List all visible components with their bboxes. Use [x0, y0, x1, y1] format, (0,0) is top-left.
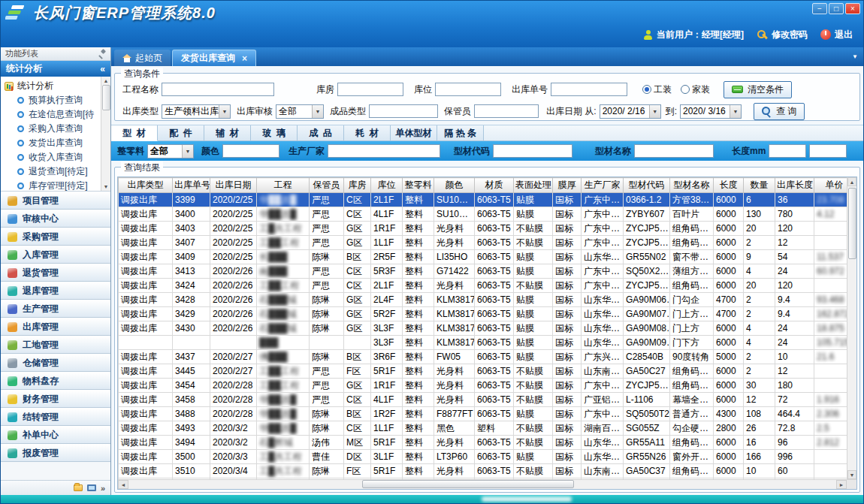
table-row[interactable]: 调拨出库35102020/3/4工█共工程陈琳F区5R1F整料光身料6063-T…: [119, 464, 857, 478]
scroll-right-icon[interactable]: ►: [836, 480, 847, 489]
length-min-input[interactable]: [769, 144, 806, 158]
table-row[interactable]: ███3L3F整料KLM38176063-T5贴膜国标山东华…GA90M09…门…: [119, 336, 857, 350]
table-row[interactable]: 调拨出库35002020/3/3工█共工程曹佳D区3L1F整料LT3P60606…: [119, 450, 857, 464]
table-row[interactable]: 调拨出库34032020/2/25工█共工程严思G区1R1F整料光身料6063-…: [119, 222, 857, 236]
table-row[interactable]: 调拨出库34542020/2/28工██工程严思G区1R1F整料光身料6063-…: [119, 379, 857, 393]
column-header[interactable]: 出库日期: [210, 178, 257, 193]
tree-item[interactable]: 退货查询[待定]: [5, 164, 99, 179]
product-type-input[interactable]: [369, 104, 438, 118]
column-header[interactable]: 保管员: [310, 178, 344, 193]
date-to-picker[interactable]: 2020/ 3/16 ▼: [680, 104, 742, 119]
pin-icon[interactable]: [98, 50, 106, 58]
material-tab[interactable]: 成 品: [298, 125, 344, 141]
order-no-input[interactable]: [551, 83, 627, 96]
maximize-button[interactable]: □: [829, 3, 844, 14]
material-tab[interactable]: 单体型材: [391, 125, 437, 141]
sidebar-module-item[interactable]: 入库管理: [1, 246, 110, 264]
table-row[interactable]: 调拨出库35122020/3/4工█共工程陈琳F区1L2F整料光身料6063-T…: [119, 478, 857, 480]
column-header[interactable]: 表面处理: [514, 178, 553, 193]
table-row[interactable]: 调拨出库34942020/3/2石█辉城汤伟M区5R1F整料光身料6063-T5…: [119, 436, 857, 450]
tree-item[interactable]: 在途信息查询[待: [5, 107, 99, 122]
column-header[interactable]: 数量: [744, 178, 775, 193]
table-row[interactable]: 调拨出库34132020/2/26南███严思C区5R3F整料G71422606…: [119, 264, 857, 279]
scroll-left-icon[interactable]: ◄: [118, 480, 128, 489]
whole-piece-select[interactable]: 全部 ▼: [147, 144, 194, 158]
radio-home-decor[interactable]: [681, 85, 690, 94]
sidebar-module-item[interactable]: 采购管理: [1, 228, 110, 246]
radio-work-clothes[interactable]: [642, 85, 651, 94]
sidebar-module-item[interactable]: 物料盘存: [1, 372, 110, 390]
scroll-thumb[interactable]: [102, 85, 110, 110]
monitor-icon[interactable]: [87, 484, 96, 491]
project-name-input[interactable]: [162, 83, 274, 96]
tree-item[interactable]: 预算执行查询: [5, 93, 99, 107]
column-header[interactable]: 型材名称: [670, 178, 714, 193]
table-row[interactable]: 调拨出库34002020/2/25华██原█严思C区4L1F整料SU10…606…: [119, 207, 857, 222]
scroll-thumb[interactable]: [362, 480, 575, 488]
column-header[interactable]: 长度: [714, 178, 744, 193]
column-header[interactable]: 颜色: [434, 178, 475, 193]
tab-shipping-outbound-query[interactable]: 发货出库查询 ×: [172, 50, 256, 66]
sidebar-module-item[interactable]: 结转管理: [1, 408, 110, 426]
sidebar-module-item[interactable]: 审核中心: [1, 210, 110, 228]
chevron-double-right-icon[interactable]: »: [101, 484, 105, 493]
sidebar-module-item[interactable]: 出库管理: [1, 318, 110, 336]
manufacturer-input[interactable]: [328, 144, 440, 158]
tree-item[interactable]: 收货入库查询: [5, 150, 99, 164]
keeper-input[interactable]: [474, 104, 539, 118]
sidebar-module-item[interactable]: 财务管理: [1, 390, 110, 408]
table-row[interactable]: 调拨出库34302020/2/26石███城陈琳G区3L3F整料KLM38176…: [119, 321, 857, 336]
column-header[interactable]: 工程: [257, 178, 310, 193]
audit-select[interactable]: 全部 ▼: [276, 104, 324, 119]
section-header-stats[interactable]: 统计分析 «: [1, 61, 110, 77]
column-header[interactable]: 整零料: [403, 178, 434, 193]
table-row[interactable]: 调拨出库34072020/2/25工██工程严思G区1L1F整料光身料6063-…: [119, 236, 857, 250]
close-tab-icon[interactable]: ×: [242, 53, 247, 64]
location-input[interactable]: [435, 83, 501, 96]
sidebar-module-item[interactable]: 生产管理: [1, 300, 110, 318]
color-input[interactable]: [222, 144, 279, 158]
tab-home[interactable]: 起始页: [114, 50, 171, 66]
sidebar-module-item[interactable]: 补单中心: [1, 426, 110, 444]
change-password-link[interactable]: 修改密码: [757, 29, 808, 41]
material-tab[interactable]: 玻 璃: [251, 125, 298, 141]
table-row[interactable]: 调拨出库34582020/2/28华██原█严思C区4L1F整料光身料6063-…: [119, 393, 857, 407]
search-button[interactable]: 查 询: [754, 103, 805, 120]
column-header[interactable]: 材质: [475, 178, 514, 193]
sidebar-module-item[interactable]: 项目管理: [1, 192, 110, 210]
column-header[interactable]: 出库类型: [119, 178, 173, 193]
column-header[interactable]: 库位: [371, 178, 403, 193]
tree-scrollbar[interactable]: ▲ ▼: [101, 77, 110, 191]
column-header[interactable]: 出库单号: [173, 178, 210, 193]
tree-item[interactable]: 发货出库查询: [5, 136, 99, 150]
scrollbar-track[interactable]: [128, 480, 836, 489]
column-header[interactable]: 膜厚: [553, 178, 582, 193]
scroll-down-icon[interactable]: ▼: [104, 184, 109, 189]
warehouse-input[interactable]: [337, 83, 403, 96]
profile-code-input[interactable]: [493, 144, 572, 158]
table-row[interactable]: 调拨出库34092020/2/25长███陈琳B区2R5F整料LI35HO606…: [119, 250, 857, 264]
table-row[interactable]: 调拨出库34282020/2/26石███城陈琳G区2L4F整料KLM38176…: [119, 293, 857, 307]
scroll-up-icon[interactable]: ▲: [847, 177, 856, 186]
minimize-button[interactable]: −: [812, 3, 827, 14]
sidebar-module-item[interactable]: 退货管理: [1, 264, 110, 282]
sidebar-module-item[interactable]: 仓储管理: [1, 354, 110, 372]
vertical-scrollbar[interactable]: ▲ ▼: [847, 177, 856, 479]
column-header[interactable]: 生产厂家: [582, 178, 624, 193]
scroll-down-ic on[interactable]: ▼: [847, 470, 856, 479]
column-header[interactable]: 出库长度: [775, 178, 814, 193]
out-type-select[interactable]: 生产领料出库 ▼: [162, 104, 231, 119]
material-tab[interactable]: 配 件: [158, 125, 204, 141]
length-max-input[interactable]: [809, 144, 847, 158]
folder-icon[interactable]: [74, 484, 83, 491]
column-header[interactable]: 库房: [344, 178, 371, 193]
clear-conditions-button[interactable]: 清空条件: [724, 81, 792, 98]
tab-list-dropdown-icon[interactable]: ▼: [852, 53, 858, 60]
collapse-icon[interactable]: «: [100, 64, 105, 74]
scroll-up-icon[interactable]: ▲: [104, 78, 109, 83]
column-header[interactable]: 型材代码: [624, 178, 670, 193]
logout-button[interactable]: 退出: [820, 29, 853, 41]
material-tab[interactable]: 耗 材: [344, 125, 391, 141]
tree-root[interactable]: 统计分析: [5, 79, 99, 93]
table-row[interactable]: 调拨出库34292020/2/26石███城陈琳G区5R2F整料KLM38176…: [119, 307, 857, 321]
